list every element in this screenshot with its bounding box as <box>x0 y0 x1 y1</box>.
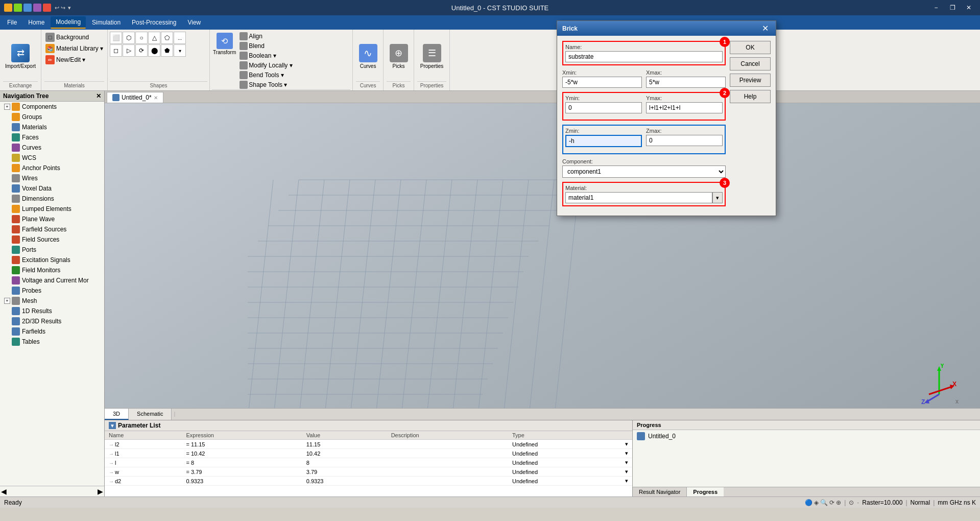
param-filter-icon[interactable]: ▼ <box>109 422 116 429</box>
picks-btn[interactable]: ⊕ Picks <box>390 32 408 81</box>
nav-tree-close[interactable]: ✕ <box>96 92 101 100</box>
import-export-btn[interactable]: ⇄ Import/Export <box>3 32 38 81</box>
tree-item-tables[interactable]: Tables <box>0 337 104 347</box>
menu-modeling[interactable]: Modeling <box>51 16 86 29</box>
xmin-input[interactable] <box>562 77 642 88</box>
table-row[interactable]: →d2 0.9323 0.9323 Undefined ▾ <box>105 477 632 486</box>
menu-post-processing[interactable]: Post-Processing <box>127 17 181 28</box>
material-input[interactable] <box>565 192 712 203</box>
tree-item-components[interactable]: + Components <box>0 102 104 112</box>
new-edit-btn[interactable]: ✏ New/Edit ▾ <box>44 54 104 65</box>
ymax-input[interactable] <box>646 102 723 113</box>
blend-btn[interactable]: Blend <box>238 41 294 51</box>
param-expand[interactable]: ▾ <box>621 477 632 486</box>
shape-btn-2[interactable]: ⬡ <box>123 32 135 44</box>
shape-btn-9[interactable]: ⟳ <box>135 44 148 57</box>
menu-simulation[interactable]: Simulation <box>87 17 126 28</box>
tree-item-farfield[interactable]: Farfield Sources <box>0 224 104 234</box>
menu-file[interactable]: File <box>2 17 22 28</box>
tree-item-mesh[interactable]: + Mesh <box>0 296 104 306</box>
boolean-btn[interactable]: Boolean ▾ <box>238 51 294 60</box>
result-navigator-tab[interactable]: Result Navigator <box>633 487 687 496</box>
shape-btn-6[interactable]: ... <box>174 32 186 44</box>
statusbar-icon-1[interactable]: 🔵 <box>805 499 812 506</box>
statusbar-icon-5[interactable]: ⊕ <box>836 499 841 506</box>
menu-home[interactable]: Home <box>23 17 50 28</box>
tree-item-voltage-current[interactable]: Voltage and Current Mor <box>0 275 104 286</box>
xmax-input[interactable] <box>646 77 726 88</box>
param-expand[interactable]: ▾ <box>621 458 632 467</box>
tree-item-farfields[interactable]: Farfields <box>0 326 104 337</box>
zmin-input[interactable] <box>565 135 642 147</box>
tree-item-curves[interactable]: Curves <box>0 143 104 153</box>
zmax-input[interactable] <box>646 135 723 146</box>
bend-tools-btn[interactable]: Bend Tools ▾ <box>238 70 294 80</box>
cancel-button[interactable]: Cancel <box>730 57 771 70</box>
close-button[interactable]: ✕ <box>962 3 976 13</box>
statusbar-icon-2[interactable]: ◈ <box>814 499 819 506</box>
tree-item-wires[interactable]: Wires <box>0 173 104 183</box>
material-library-btn[interactable]: 📚 Material Library ▾ <box>44 43 104 54</box>
shape-btn-5[interactable]: ⬠ <box>161 32 173 44</box>
tree-item-field-sources[interactable]: Field Sources <box>0 234 104 245</box>
undo-icon[interactable]: ↩ ↪ <box>55 5 65 11</box>
transform-btn[interactable]: ⟲ Transform <box>212 32 237 56</box>
shape-btn-7[interactable]: ◻ <box>110 44 122 57</box>
table-row[interactable]: →l1 = 10.42 10.42 Undefined ▾ <box>105 449 632 458</box>
tree-item-lumped[interactable]: Lumped Elements <box>0 204 104 214</box>
modify-locally-btn[interactable]: Modify Locally ▾ <box>238 61 294 70</box>
table-row[interactable]: →w = 3.79 3.79 Undefined ▾ <box>105 467 632 477</box>
tree-item-plane-wave[interactable]: Plane Wave <box>0 214 104 224</box>
menu-view[interactable]: View <box>182 17 206 28</box>
shape-btn-3[interactable]: ○ <box>135 32 148 44</box>
properties-btn[interactable]: ☰ Properties <box>420 32 444 81</box>
expand-components[interactable]: + <box>4 104 10 110</box>
statusbar-icon-6[interactable]: ⊙ <box>849 499 854 506</box>
ymin-input[interactable] <box>565 102 642 113</box>
align-btn[interactable]: Align <box>238 32 294 41</box>
table-row[interactable]: →l2 = 11.15 11.15 Undefined ▾ <box>105 440 632 449</box>
name-input[interactable] <box>565 51 723 62</box>
tree-item-anchor-points[interactable]: Anchor Points <box>0 163 104 173</box>
shape-btn-1[interactable]: ⬜ <box>110 32 122 44</box>
statusbar-icon-3[interactable]: 🔍 <box>820 499 828 506</box>
param-expand[interactable]: ▾ <box>621 467 632 477</box>
table-row[interactable]: →l = 8 8 Undefined ▾ <box>105 458 632 467</box>
tree-item-2d3d-results[interactable]: 2D/3D Results <box>0 316 104 326</box>
tree-scroll-left[interactable]: ◀ <box>1 487 7 495</box>
view-tab-schematic[interactable]: Schematic <box>129 409 172 420</box>
tree-item-wcs[interactable]: WCS <box>0 153 104 163</box>
tree-item-faces[interactable]: Faces <box>0 132 104 143</box>
brick-dialog-close[interactable]: ✕ <box>760 23 771 33</box>
background-btn[interactable]: □ Background <box>44 32 104 43</box>
shape-btn-8[interactable]: ▷ <box>123 44 135 57</box>
shape-btn-12[interactable]: ▾ <box>174 44 186 57</box>
tree-scroll-right[interactable]: ▶ <box>98 487 103 495</box>
ok-button[interactable]: OK <box>730 41 771 54</box>
shape-btn-11[interactable]: ⬟ <box>161 44 173 57</box>
statusbar-icon-4[interactable]: ⟳ <box>829 499 834 506</box>
expand-mesh[interactable]: + <box>4 298 10 304</box>
tree-item-1d-results[interactable]: 1D Results <box>0 306 104 316</box>
shape-btn-10[interactable]: ⬤ <box>148 44 160 57</box>
material-dropdown-btn[interactable]: ▾ <box>712 192 723 203</box>
curves-btn[interactable]: ∿ Curves <box>359 32 377 81</box>
component-select[interactable]: component1 <box>562 165 726 178</box>
param-expand[interactable]: ▾ <box>621 440 632 449</box>
param-expand[interactable]: ▾ <box>621 449 632 458</box>
doc-tab-close[interactable]: ✕ <box>154 95 158 101</box>
tree-item-groups[interactable]: Groups <box>0 112 104 122</box>
tree-item-dimensions[interactable]: Dimensions <box>0 194 104 204</box>
tree-item-field-monitors[interactable]: Field Monitors <box>0 265 104 275</box>
doc-tab-untitled[interactable]: Untitled_0* ✕ <box>107 92 163 103</box>
preview-button[interactable]: Preview <box>730 74 771 87</box>
help-button[interactable]: Help <box>730 90 771 103</box>
tree-item-materials[interactable]: Materials <box>0 122 104 132</box>
progress-tab[interactable]: Progress <box>687 487 724 496</box>
maximize-button[interactable]: ❒ <box>945 3 960 13</box>
minimize-button[interactable]: − <box>929 3 943 13</box>
view-tab-3d[interactable]: 3D <box>105 409 129 420</box>
shape-tools-btn[interactable]: Shape Tools ▾ <box>238 80 294 89</box>
tree-item-probes[interactable]: Probes <box>0 286 104 296</box>
shape-btn-4[interactable]: △ <box>148 32 160 44</box>
